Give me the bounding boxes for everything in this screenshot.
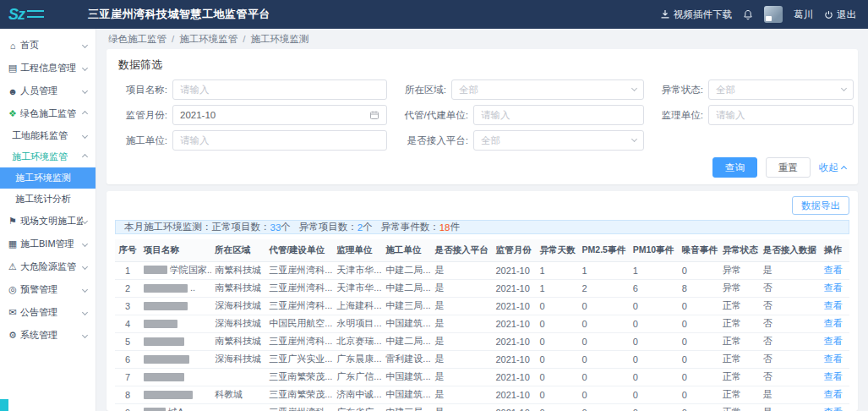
view-link[interactable]: 查看 bbox=[824, 300, 843, 310]
sidebar-item-6[interactable]: 施工环境监测 bbox=[0, 167, 96, 189]
column-header: 噪音事件 bbox=[679, 239, 719, 261]
table-row: 4深海科技城中国民用航空...永明项目...中国建筑...是2021-10000… bbox=[115, 315, 849, 332]
chevron-down-icon bbox=[82, 264, 88, 270]
sidebar-item-8[interactable]: ⚑现场文明施工监督 bbox=[0, 210, 96, 233]
results-panel: 数据导出 本月施工环境监测： 正常项目数： 33 个 异常项目数： 2 个 异常… bbox=[106, 191, 858, 411]
redacted-project-name bbox=[144, 284, 188, 293]
view-link[interactable]: 查看 bbox=[824, 282, 843, 293]
cell-data_connected: 否 bbox=[760, 297, 821, 315]
sidebar-item-label: 工地能耗监管 bbox=[12, 129, 68, 142]
cell-status: 正常 bbox=[719, 350, 760, 368]
breadcrumb: 绿色施工监管 / 施工环境监管 / 施工环境监测 bbox=[106, 29, 858, 49]
construction-unit-input[interactable] bbox=[172, 130, 387, 151]
cell-status: 正常 bbox=[719, 386, 760, 403]
reset-button[interactable]: 重置 bbox=[766, 157, 811, 178]
chevron-down-icon bbox=[82, 332, 88, 338]
view-link[interactable]: 查看 bbox=[824, 371, 843, 381]
cell-on_platform: 是 bbox=[431, 368, 492, 386]
video-plugin-download-button[interactable]: 视频插件下载 bbox=[660, 8, 732, 21]
chevron-down-icon bbox=[631, 136, 637, 142]
redacted-project-name bbox=[144, 302, 188, 310]
cell-project bbox=[140, 297, 211, 315]
agent-unit-input[interactable] bbox=[473, 105, 644, 125]
cell-project bbox=[140, 368, 211, 386]
sidebar-item-4[interactable]: 工地能耗监管 bbox=[0, 125, 96, 146]
sidebar-item-5[interactable]: 施工环境监管 bbox=[0, 146, 96, 167]
cell-construct_unit: 中建二局... bbox=[382, 279, 431, 297]
breadcrumb-separator: / bbox=[243, 34, 245, 44]
sidebar-item-12[interactable]: ✉公告管理 bbox=[0, 301, 96, 324]
cell-status: 正常 bbox=[719, 368, 760, 386]
sidebar-item-3[interactable]: ❖绿色施工监管 bbox=[0, 102, 96, 125]
redacted-project-name bbox=[144, 373, 184, 381]
supervisor-unit-input[interactable] bbox=[708, 105, 854, 125]
sidebar-item-1[interactable]: ▤工程信息管理 bbox=[0, 57, 96, 79]
cell-status: 正常 bbox=[719, 332, 760, 350]
sidebar-item-2[interactable]: ☻人员管理 bbox=[0, 79, 96, 102]
cell-project bbox=[140, 315, 211, 332]
table-head-row: 序号项目名称所在区域代管/建设单位监理单位施工单位是否接入平台监管月份异常天数P… bbox=[115, 239, 849, 261]
cell-seq: 3 bbox=[115, 297, 140, 315]
logout-button[interactable]: 退出 bbox=[824, 8, 856, 21]
sidebar-item-10[interactable]: ⚠大危险源监管 bbox=[0, 255, 96, 278]
region-select[interactable]: 全部 bbox=[451, 79, 644, 100]
query-button[interactable]: 查询 bbox=[712, 157, 757, 178]
month-date-value: 2021-10 bbox=[180, 110, 216, 120]
cell-abnormal_days: 1 bbox=[537, 261, 579, 279]
abnormal-status-select[interactable]: 全部 bbox=[708, 79, 854, 100]
breadcrumb-item-1[interactable]: 绿色施工监管 bbox=[108, 33, 167, 46]
avatar[interactable] bbox=[764, 6, 783, 23]
cell-on_platform: 是 bbox=[431, 315, 492, 332]
table-row: 7三亚南繁荣茂...广东广信...中国建筑...是2021-100000正常否查… bbox=[115, 368, 849, 386]
chevron-down-icon bbox=[82, 88, 88, 94]
data-export-button[interactable]: 数据导出 bbox=[792, 196, 849, 215]
view-link[interactable]: 查看 bbox=[824, 265, 843, 275]
notification-bell-button[interactable] bbox=[743, 9, 753, 20]
column-header: 监管月份 bbox=[492, 239, 536, 261]
summary-prefix: 本月施工环境监测： bbox=[124, 221, 212, 233]
sidebar-item-7[interactable]: 施工统计分析 bbox=[0, 189, 96, 210]
cell-project bbox=[140, 350, 211, 368]
cell-construct_unit: 中国建筑... bbox=[382, 386, 431, 403]
table-row: 6深海科技城三亚广兴实业...广东晨康...雷利建设...是2021-10000… bbox=[115, 350, 849, 368]
cell-supervise_unit: 广东省广... bbox=[333, 403, 382, 411]
cell-seq: 8 bbox=[115, 386, 140, 403]
video-plugin-download-label: 视频插件下载 bbox=[674, 8, 732, 21]
sidebar-item-9[interactable]: ▦施工BIM管理 bbox=[0, 233, 96, 255]
cell-region bbox=[211, 368, 265, 386]
project-name-input[interactable] bbox=[172, 79, 387, 100]
sidebar-item-13[interactable]: ⚙系统管理 bbox=[0, 324, 96, 347]
view-link[interactable]: 查看 bbox=[824, 336, 843, 346]
cell-noise: 0 bbox=[679, 386, 719, 403]
chevron-down-icon bbox=[82, 218, 88, 224]
breadcrumb-item-2[interactable]: 施工环境监管 bbox=[179, 33, 237, 46]
cell-data_connected: 否 bbox=[760, 279, 821, 297]
month-date-picker[interactable]: 2021-10 bbox=[172, 105, 387, 125]
sidebar-menu: ⌂首页▤工程信息管理☻人员管理❖绿色施工监管工地能耗监管施工环境监管施工环境监测… bbox=[0, 34, 96, 347]
cell-pm25: 0 bbox=[579, 403, 630, 411]
username: 葛川 bbox=[794, 8, 813, 21]
cell-month: 2021-10 bbox=[492, 350, 536, 368]
chevron-down-icon bbox=[82, 65, 88, 71]
view-link[interactable]: 查看 bbox=[824, 353, 843, 364]
view-link[interactable]: 查看 bbox=[824, 407, 843, 411]
cell-agent_unit: 三亚崖州湾科... bbox=[265, 279, 333, 297]
sidebar-collapse-handle[interactable] bbox=[0, 399, 8, 411]
sidebar-item-11[interactable]: ◎预警管理 bbox=[0, 278, 96, 301]
cell-on_platform: 是 bbox=[431, 279, 492, 297]
cell-data_connected: 是 bbox=[760, 403, 821, 411]
view-link[interactable]: 查看 bbox=[824, 318, 843, 328]
cell-pm10: 0 bbox=[630, 368, 679, 386]
cell-supervise_unit: 广东广信... bbox=[333, 368, 382, 386]
collapse-filter-link[interactable]: 收起 bbox=[819, 162, 846, 174]
cell-supervise_unit: 天津市华... bbox=[333, 261, 382, 279]
sidebar-item-0[interactable]: ⌂首页 bbox=[0, 34, 96, 57]
breadcrumb-separator: / bbox=[172, 34, 174, 44]
abnormal-event-count: 18 bbox=[439, 222, 450, 233]
platform-access-select[interactable]: 全部 bbox=[473, 130, 644, 151]
cell-action: 查看 bbox=[821, 332, 849, 350]
cell-supervise_unit: 济南中诚... bbox=[333, 386, 382, 403]
view-link[interactable]: 查看 bbox=[824, 389, 843, 399]
cell-pm25: 0 bbox=[579, 297, 630, 315]
cell-action: 查看 bbox=[821, 403, 849, 411]
